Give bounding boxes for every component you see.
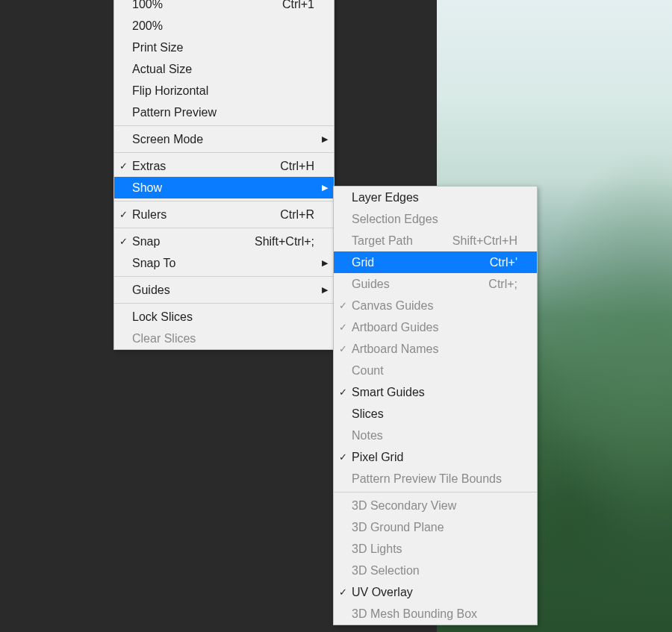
menu-item-label: Rulers xyxy=(132,208,280,222)
check-icon: ✓ xyxy=(334,322,352,333)
menu-item-show[interactable]: Show▶ xyxy=(114,177,334,198)
menu-item-label: 200% xyxy=(132,19,314,33)
menu-item-3d-lights: 3D Lights xyxy=(334,538,537,560)
menu-item-label: 3D Secondary View xyxy=(352,499,517,513)
menu-item-actual-size[interactable]: Actual Size xyxy=(114,58,334,80)
menu-item-label: Extras xyxy=(132,160,280,173)
menu-item-shortcut: Ctrl+; xyxy=(488,278,520,291)
check-icon: ✓ xyxy=(334,300,352,311)
menu-divider xyxy=(114,228,334,228)
menu-item-grid[interactable]: GridCtrl+' xyxy=(334,251,537,273)
menu-item-label: Guides xyxy=(132,284,314,297)
check-icon: ✓ xyxy=(334,586,352,598)
menu-item-label: Guides xyxy=(352,278,488,291)
menu-item-screen-mode[interactable]: Screen Mode▶ xyxy=(114,128,334,150)
menu-divider xyxy=(114,125,334,126)
menu-item-label: Flip Horizontal xyxy=(132,84,314,98)
menu-item-shortcut: Ctrl+H xyxy=(280,160,317,173)
menu-item-label: Target Path xyxy=(352,234,452,248)
menu-item-artboard-guides: ✓Artboard Guides xyxy=(334,316,537,338)
menu-item-label: Pixel Grid xyxy=(352,451,517,464)
menu-item-label: Canvas Guides xyxy=(352,299,517,313)
menu-item-label: Snap To xyxy=(132,257,314,270)
check-icon: ✓ xyxy=(114,160,132,172)
menu-item-label: UV Overlay xyxy=(352,586,517,599)
menu-item-3d-ground-plane: 3D Ground Plane xyxy=(334,516,537,538)
menu-item-pattern-preview[interactable]: Pattern Preview xyxy=(114,101,334,123)
menu-item-smart-guides[interactable]: ✓Smart Guides xyxy=(334,381,537,403)
menu-divider xyxy=(114,152,334,153)
menu-item-label: Actual Size xyxy=(132,63,314,76)
menu-item-label: Snap xyxy=(132,235,255,248)
menu-item-shortcut: Shift+Ctrl+H xyxy=(452,234,520,248)
menu-item-label: Pattern Preview xyxy=(132,106,314,119)
menu-divider xyxy=(114,276,334,277)
menu-item-guides: GuidesCtrl+; xyxy=(334,273,537,295)
check-icon: ✓ xyxy=(114,209,132,220)
menu-item-flip-horizontal[interactable]: Flip Horizontal xyxy=(114,80,334,101)
menu-item-rulers[interactable]: ✓RulersCtrl+R xyxy=(114,204,334,225)
menu-item-label: 100% xyxy=(132,0,282,11)
menu-item-label: Lock Slices xyxy=(132,310,314,324)
menu-item-label: Count xyxy=(352,364,517,378)
menu-item-label: 3D Selection xyxy=(352,564,517,578)
menu-item-3d-mesh-bounding-box: 3D Mesh Bounding Box xyxy=(334,603,537,625)
menu-item-notes: Notes xyxy=(334,425,537,446)
menu-item-label: Slices xyxy=(352,407,517,421)
submenu-arrow-icon: ▶ xyxy=(317,134,328,144)
menu-item-label: Screen Mode xyxy=(132,133,314,146)
menu-item-200[interactable]: 200% xyxy=(114,15,334,37)
menu-item-guides[interactable]: Guides▶ xyxy=(114,279,334,301)
menu-item-snap-to[interactable]: Snap To▶ xyxy=(114,252,334,274)
menu-item-target-path: Target PathShift+Ctrl+H xyxy=(334,230,537,251)
menu-item-slices[interactable]: Slices xyxy=(334,403,537,425)
menu-item-uv-overlay[interactable]: ✓UV Overlay xyxy=(334,581,537,603)
menu-item-snap[interactable]: ✓SnapShift+Ctrl+; xyxy=(114,231,334,252)
menu-item-label: Layer Edges xyxy=(352,191,517,204)
menu-item-label: Artboard Guides xyxy=(352,321,517,334)
menu-item-extras[interactable]: ✓ExtrasCtrl+H xyxy=(114,155,334,177)
menu-item-3d-secondary-view: 3D Secondary View xyxy=(334,495,537,516)
submenu-arrow-icon: ▶ xyxy=(317,258,328,268)
view-menu[interactable]: 100%Ctrl+1200%Print SizeActual SizeFlip … xyxy=(113,0,335,350)
menu-item-print-size[interactable]: Print Size xyxy=(114,37,334,58)
menu-item-selection-edges: Selection Edges xyxy=(334,208,537,230)
menu-item-label: Clear Slices xyxy=(132,332,314,345)
check-icon: ✓ xyxy=(334,343,352,354)
menu-item-count: Count xyxy=(334,360,537,381)
submenu-arrow-icon: ▶ xyxy=(317,183,328,193)
menu-item-clear-slices: Clear Slices xyxy=(114,328,334,349)
menu-item-label: Notes xyxy=(352,429,517,442)
show-submenu[interactable]: Layer EdgesSelection EdgesTarget PathShi… xyxy=(333,186,538,625)
menu-item-shortcut: Ctrl+1 xyxy=(282,0,317,11)
menu-divider xyxy=(114,201,334,201)
check-icon: ✓ xyxy=(334,451,352,463)
menu-item-pixel-grid[interactable]: ✓Pixel Grid xyxy=(334,446,537,468)
menu-item-lock-slices[interactable]: Lock Slices xyxy=(114,306,334,328)
menu-item-label: 3D Ground Plane xyxy=(352,521,517,534)
menu-divider xyxy=(334,492,537,492)
menu-item-shortcut: Ctrl+R xyxy=(280,208,317,222)
menu-item-label: Smart Guides xyxy=(352,386,517,399)
check-icon: ✓ xyxy=(334,387,352,398)
menu-item-label: Print Size xyxy=(132,41,314,54)
menu-item-label: Artboard Names xyxy=(352,342,517,356)
menu-item-canvas-guides: ✓Canvas Guides xyxy=(334,295,537,316)
menu-item-label: 3D Mesh Bounding Box xyxy=(352,607,517,621)
menu-item-pattern-preview-tile-bounds: Pattern Preview Tile Bounds xyxy=(334,468,537,489)
menu-item-100[interactable]: 100%Ctrl+1 xyxy=(114,0,334,15)
menu-item-layer-edges[interactable]: Layer Edges xyxy=(334,187,537,208)
menu-item-label: Grid xyxy=(352,256,490,269)
menu-item-shortcut: Shift+Ctrl+; xyxy=(255,235,317,248)
menu-divider xyxy=(114,303,334,304)
submenu-arrow-icon: ▶ xyxy=(317,285,328,295)
menu-item-label: 3D Lights xyxy=(352,542,517,556)
menu-item-label: Show xyxy=(132,181,314,195)
menu-item-label: Pattern Preview Tile Bounds xyxy=(352,472,517,486)
menu-item-shortcut: Ctrl+' xyxy=(490,256,520,269)
menu-item-3d-selection: 3D Selection xyxy=(334,560,537,581)
menu-item-artboard-names: ✓Artboard Names xyxy=(334,338,537,360)
check-icon: ✓ xyxy=(114,236,132,247)
menu-item-label: Selection Edges xyxy=(352,213,517,226)
